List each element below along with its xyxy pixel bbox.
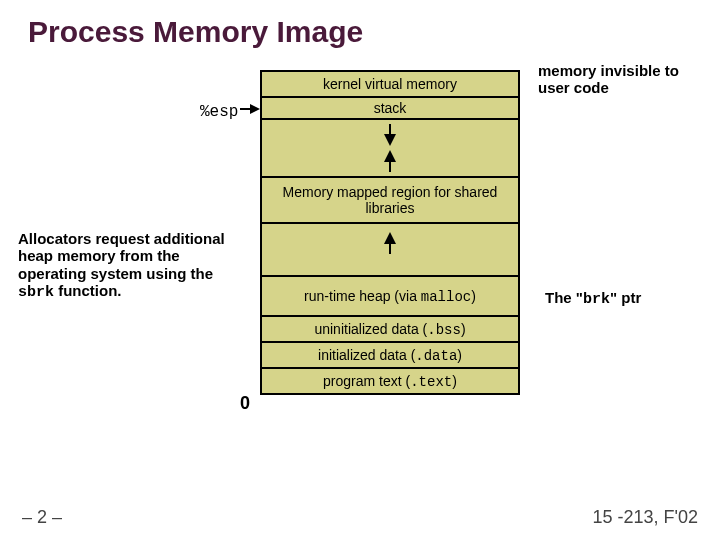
block-data-label: initialized data (.data) [318,347,462,364]
block-gap-mmap-heap [260,222,520,277]
block-data: initialized data (.data) [260,341,520,369]
block-kernel-label: kernel virtual memory [323,76,457,92]
block-kernel: kernel virtual memory [260,70,520,98]
arrow-down-icon [384,124,396,146]
block-gap-stack-mmap [260,118,520,178]
block-mmap-label: Memory mapped region for shared librarie… [268,184,512,216]
block-heap: run-time heap (via malloc) [260,275,520,317]
page-title: Process Memory Image [28,15,363,49]
annotation-allocators: Allocators request additional heap memor… [18,230,248,301]
annotation-brk-ptr: The "brk" ptr [545,289,641,308]
zero-address-label: 0 [240,393,250,414]
esp-pointer-arrow [240,108,260,110]
esp-label: %esp [200,103,238,121]
block-bss: uninitialized data (.bss) [260,315,520,343]
annotation-memory-invisible: memory invisible to user code [538,62,713,97]
footer-course: 15 -213, F'02 [592,507,698,528]
block-stack: stack [260,96,520,120]
block-bss-label: uninitialized data (.bss) [314,321,465,338]
block-heap-label: run-time heap (via malloc) [304,288,476,305]
arrow-up-icon [384,232,396,254]
block-text: program text (.text) [260,367,520,395]
footer-page-number: – 2 – [22,507,62,528]
block-mmap: Memory mapped region for shared librarie… [260,176,520,224]
memory-diagram: kernel virtual memory stack Memory mappe… [260,72,520,395]
block-text-label: program text (.text) [323,373,457,390]
arrow-up-icon [384,150,396,172]
block-stack-label: stack [374,100,407,116]
